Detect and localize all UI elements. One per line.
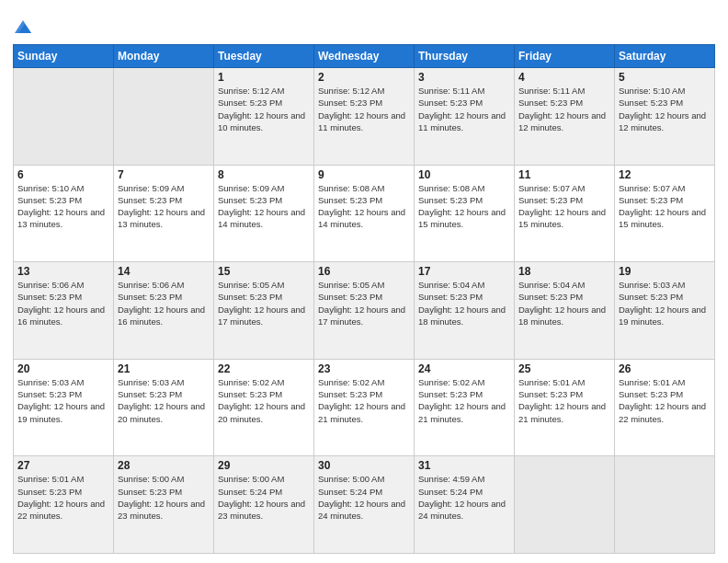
calendar-cell: 11Sunrise: 5:07 AMSunset: 5:23 PMDayligh…: [515, 165, 615, 262]
weekday-header: Friday: [515, 45, 615, 68]
calendar-cell: 21Sunrise: 5:03 AMSunset: 5:23 PMDayligh…: [114, 359, 214, 456]
calendar-cell: 7Sunrise: 5:09 AMSunset: 5:23 PMDaylight…: [114, 165, 214, 262]
calendar-cell: 10Sunrise: 5:08 AMSunset: 5:23 PMDayligh…: [415, 165, 515, 262]
calendar-cell: [14, 68, 114, 166]
calendar-cell: 23Sunrise: 5:02 AMSunset: 5:23 PMDayligh…: [314, 359, 415, 456]
cell-info: Sunrise: 5:04 AMSunset: 5:23 PMDaylight:…: [418, 279, 510, 327]
day-number: 8: [218, 168, 310, 181]
weekday-header: Monday: [114, 45, 214, 68]
cell-info: Sunrise: 5:00 AMSunset: 5:24 PMDaylight:…: [318, 473, 410, 522]
calendar-table: SundayMondayTuesdayWednesdayThursdayFrid…: [13, 44, 715, 554]
weekday-header: Tuesday: [214, 45, 314, 68]
weekday-header: Saturday: [615, 45, 715, 68]
day-number: 29: [218, 459, 310, 472]
cell-info: Sunrise: 5:06 AMSunset: 5:23 PMDaylight:…: [17, 279, 109, 327]
day-number: 21: [118, 362, 210, 375]
weekday-header: Thursday: [415, 45, 515, 68]
calendar-cell: 3Sunrise: 5:11 AMSunset: 5:23 PMDaylight…: [415, 68, 515, 166]
cell-info: Sunrise: 5:05 AMSunset: 5:23 PMDaylight:…: [218, 279, 310, 327]
cell-info: Sunrise: 5:01 AMSunset: 5:23 PMDaylight:…: [619, 376, 711, 425]
day-number: 26: [619, 362, 711, 375]
cell-info: Sunrise: 5:02 AMSunset: 5:23 PMDaylight:…: [318, 376, 410, 425]
day-number: 15: [218, 265, 310, 278]
day-number: 2: [318, 71, 410, 84]
day-number: 7: [118, 168, 210, 181]
day-number: 9: [318, 168, 410, 181]
header: [13, 11, 715, 37]
day-number: 28: [118, 459, 210, 472]
day-number: 12: [619, 168, 711, 181]
cell-info: Sunrise: 5:11 AMSunset: 5:23 PMDaylight:…: [518, 85, 610, 133]
logo-icon: [13, 17, 33, 37]
calendar-cell: 8Sunrise: 5:09 AMSunset: 5:23 PMDaylight…: [214, 165, 314, 262]
calendar-cell: 31Sunrise: 4:59 AMSunset: 5:24 PMDayligh…: [415, 456, 515, 554]
cell-info: Sunrise: 5:07 AMSunset: 5:23 PMDaylight:…: [619, 182, 711, 231]
day-number: 4: [518, 71, 610, 84]
cell-info: Sunrise: 5:00 AMSunset: 5:24 PMDaylight:…: [218, 473, 310, 522]
calendar-cell: 12Sunrise: 5:07 AMSunset: 5:23 PMDayligh…: [615, 165, 715, 262]
cell-info: Sunrise: 5:06 AMSunset: 5:23 PMDaylight:…: [118, 279, 210, 327]
calendar-cell: 5Sunrise: 5:10 AMSunset: 5:23 PMDaylight…: [615, 68, 715, 166]
day-number: 24: [418, 362, 510, 375]
calendar-cell: 18Sunrise: 5:04 AMSunset: 5:23 PMDayligh…: [515, 262, 615, 360]
calendar-cell: 19Sunrise: 5:03 AMSunset: 5:23 PMDayligh…: [615, 262, 715, 360]
calendar-cell: [515, 456, 615, 554]
cell-info: Sunrise: 5:10 AMSunset: 5:23 PMDaylight:…: [17, 182, 109, 231]
cell-info: Sunrise: 5:01 AMSunset: 5:23 PMDaylight:…: [17, 473, 109, 522]
calendar-cell: 9Sunrise: 5:08 AMSunset: 5:23 PMDaylight…: [314, 165, 415, 262]
day-number: 1: [218, 71, 310, 84]
calendar-cell: [615, 456, 715, 554]
calendar-cell: 22Sunrise: 5:02 AMSunset: 5:23 PMDayligh…: [214, 359, 314, 456]
cell-info: Sunrise: 5:10 AMSunset: 5:23 PMDaylight:…: [619, 85, 711, 133]
cell-info: Sunrise: 5:03 AMSunset: 5:23 PMDaylight:…: [118, 376, 210, 425]
calendar-cell: 4Sunrise: 5:11 AMSunset: 5:23 PMDaylight…: [515, 68, 615, 166]
weekday-header: Sunday: [14, 45, 114, 68]
cell-info: Sunrise: 5:12 AMSunset: 5:23 PMDaylight:…: [218, 85, 310, 133]
calendar-cell: 17Sunrise: 5:04 AMSunset: 5:23 PMDayligh…: [415, 262, 515, 360]
calendar-cell: 26Sunrise: 5:01 AMSunset: 5:23 PMDayligh…: [615, 359, 715, 456]
cell-info: Sunrise: 5:02 AMSunset: 5:23 PMDaylight:…: [418, 376, 510, 425]
day-number: 3: [418, 71, 510, 84]
calendar-week-row: 27Sunrise: 5:01 AMSunset: 5:23 PMDayligh…: [14, 456, 715, 554]
cell-info: Sunrise: 5:08 AMSunset: 5:23 PMDaylight:…: [418, 182, 510, 231]
calendar-cell: 25Sunrise: 5:01 AMSunset: 5:23 PMDayligh…: [515, 359, 615, 456]
day-number: 18: [518, 265, 610, 278]
calendar-week-row: 6Sunrise: 5:10 AMSunset: 5:23 PMDaylight…: [14, 165, 715, 262]
cell-info: Sunrise: 5:05 AMSunset: 5:23 PMDaylight:…: [318, 279, 410, 327]
day-number: 30: [318, 459, 410, 472]
cell-info: Sunrise: 5:11 AMSunset: 5:23 PMDaylight:…: [418, 85, 510, 133]
page: SundayMondayTuesdayWednesdayThursdayFrid…: [0, 0, 728, 563]
day-number: 11: [518, 168, 610, 181]
cell-info: Sunrise: 4:59 AMSunset: 5:24 PMDaylight:…: [418, 473, 510, 522]
calendar-cell: 6Sunrise: 5:10 AMSunset: 5:23 PMDaylight…: [14, 165, 114, 262]
day-number: 27: [17, 459, 109, 472]
calendar-cell: 30Sunrise: 5:00 AMSunset: 5:24 PMDayligh…: [314, 456, 415, 554]
day-number: 31: [418, 459, 510, 472]
day-number: 25: [518, 362, 610, 375]
calendar-cell: 14Sunrise: 5:06 AMSunset: 5:23 PMDayligh…: [114, 262, 214, 360]
cell-info: Sunrise: 5:12 AMSunset: 5:23 PMDaylight:…: [318, 85, 410, 133]
day-number: 5: [619, 71, 711, 84]
cell-info: Sunrise: 5:04 AMSunset: 5:23 PMDaylight:…: [518, 279, 610, 327]
day-number: 19: [619, 265, 711, 278]
day-number: 16: [318, 265, 410, 278]
day-number: 6: [17, 168, 109, 181]
calendar-cell: 29Sunrise: 5:00 AMSunset: 5:24 PMDayligh…: [214, 456, 314, 554]
calendar-cell: 1Sunrise: 5:12 AMSunset: 5:23 PMDaylight…: [214, 68, 314, 166]
cell-info: Sunrise: 5:09 AMSunset: 5:23 PMDaylight:…: [118, 182, 210, 231]
cell-info: Sunrise: 5:09 AMSunset: 5:23 PMDaylight:…: [218, 182, 310, 231]
calendar-week-row: 20Sunrise: 5:03 AMSunset: 5:23 PMDayligh…: [14, 359, 715, 456]
day-number: 10: [418, 168, 510, 181]
cell-info: Sunrise: 5:07 AMSunset: 5:23 PMDaylight:…: [518, 182, 610, 231]
calendar-cell: 15Sunrise: 5:05 AMSunset: 5:23 PMDayligh…: [214, 262, 314, 360]
cell-info: Sunrise: 5:03 AMSunset: 5:23 PMDaylight:…: [17, 376, 109, 425]
day-number: 23: [318, 362, 410, 375]
calendar-cell: 27Sunrise: 5:01 AMSunset: 5:23 PMDayligh…: [14, 456, 114, 554]
calendar-cell: 13Sunrise: 5:06 AMSunset: 5:23 PMDayligh…: [14, 262, 114, 360]
cell-info: Sunrise: 5:01 AMSunset: 5:23 PMDaylight:…: [518, 376, 610, 425]
calendar-week-row: 1Sunrise: 5:12 AMSunset: 5:23 PMDaylight…: [14, 68, 715, 166]
cell-info: Sunrise: 5:00 AMSunset: 5:23 PMDaylight:…: [118, 473, 210, 522]
day-number: 17: [418, 265, 510, 278]
logo: [13, 15, 37, 37]
calendar-cell: [114, 68, 214, 166]
